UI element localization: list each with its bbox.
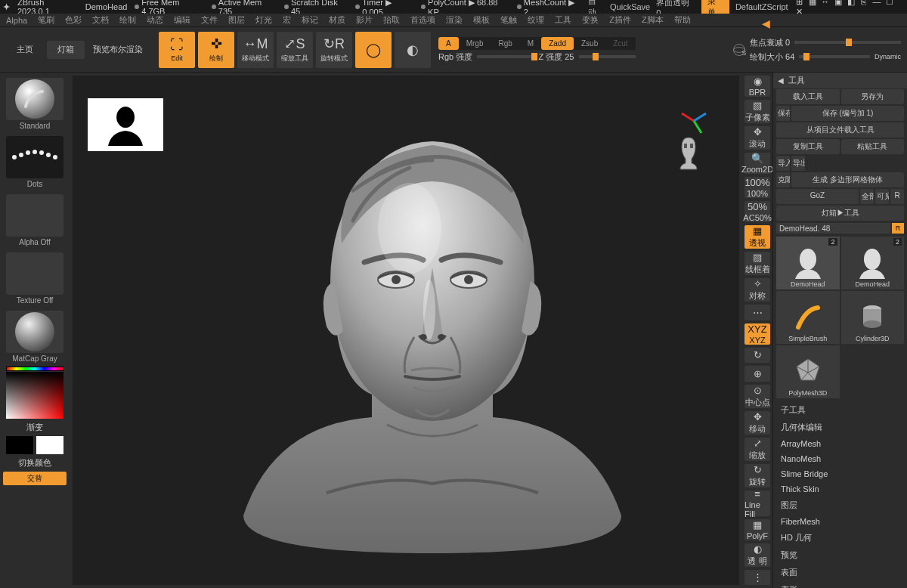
texture-selector[interactable]: Texture Off <box>3 250 67 307</box>
cfg3-icon[interactable]: ↔ <box>820 0 831 6</box>
tool-btn-可见[interactable]: 可见 <box>875 189 889 204</box>
menu-帮助[interactable]: 帮助 <box>674 14 691 26</box>
tool-btn-载入工具[interactable]: 载入工具 <box>776 89 840 104</box>
section-几何体编辑[interactable]: 几何体编辑 <box>773 419 907 436</box>
preview-bool-render[interactable]: 预览布尔渲染 <box>88 41 148 59</box>
menu-模板[interactable]: 模板 <box>473 14 490 26</box>
cfg5-icon[interactable]: ◧ <box>846 0 856 7</box>
vstrip-Line Fill[interactable]: ≡Line Fill <box>744 491 770 516</box>
tool-btn-另存为[interactable]: 另存为 <box>841 89 905 104</box>
tool-btn-导出[interactable]: 导出 <box>791 156 805 171</box>
menu-绘制[interactable]: 绘制 <box>119 14 136 26</box>
dynamic-label[interactable]: Dynamic <box>874 53 901 60</box>
menu-文件[interactable]: 文件 <box>201 14 218 26</box>
mode-Zsub[interactable]: Zsub <box>574 37 605 50</box>
tool-btn-导入[interactable]: 导入 <box>776 156 790 171</box>
edit-mode-button[interactable]: ⛶Edit <box>159 32 195 68</box>
section-HD 几何[interactable]: HD 几何 <box>773 529 907 546</box>
tool-btn-粘贴工具[interactable]: 粘贴工具 <box>841 139 905 154</box>
menu-宏[interactable]: 宏 <box>283 14 291 26</box>
vstrip-btn9[interactable]: ⋯ <box>744 305 770 320</box>
vstrip-滚动[interactable]: ✥滚动 <box>744 126 770 150</box>
tool-btn-从项目文件载入工具[interactable]: 从项目文件载入工具 <box>776 122 904 138</box>
vstrip-子像素[interactable]: ▧子像素 <box>744 100 770 123</box>
viewport[interactable] <box>73 76 739 585</box>
stroke-selector[interactable]: Dots <box>3 134 67 190</box>
mode-Rgb[interactable]: Rgb <box>491 37 519 50</box>
menu-影片[interactable]: 影片 <box>356 14 373 26</box>
mode-M[interactable]: M <box>520 37 541 50</box>
color-swatches[interactable] <box>3 436 67 454</box>
menu-变换[interactable]: 变换 <box>582 14 599 26</box>
menu-抬取[interactable]: 抬取 <box>383 14 400 26</box>
gyro-icon[interactable]: S <box>732 36 747 63</box>
tool-btn-生成 多边形网格物体[interactable]: 生成 多边形网格物体 <box>791 172 904 187</box>
lightbox-button[interactable]: 灯箱 <box>47 41 85 59</box>
vstrip-移动[interactable]: ✥移动 <box>744 411 770 435</box>
vstrip-btn20[interactable]: ⋮ <box>744 570 770 586</box>
vstrip-缩放[interactable]: ⤢缩放 <box>744 438 770 461</box>
default-zscript[interactable]: DefaultZScript <box>735 2 788 11</box>
menu-纹理[interactable]: 纹理 <box>528 14 544 26</box>
vstrip-对称[interactable]: ✧对称 <box>744 278 770 302</box>
tool-btn-复制工具[interactable]: 复制工具 <box>776 139 840 154</box>
gradient-label[interactable]: 渐变 <box>3 422 67 433</box>
tool-btn-保存[interactable]: 保存 <box>776 106 790 121</box>
focal-shift-slider[interactable] <box>794 41 901 44</box>
menu-图层[interactable]: 图层 <box>228 14 245 26</box>
vstrip-线框着[interactable]: ▨线框着 <box>744 252 770 275</box>
section-子工具[interactable]: 子工具 <box>773 401 907 419</box>
menu-动态[interactable]: 动态 <box>147 14 163 26</box>
menu-Z脚本[interactable]: Z脚本 <box>642 14 664 26</box>
menu-笔刷[interactable]: 笔刷 <box>38 14 54 26</box>
tool-btn-克隆[interactable]: 克隆 <box>776 172 790 187</box>
cfg2-icon[interactable]: ▦ <box>807 0 818 7</box>
scale-mode-button[interactable]: ⤢S缩放工具 <box>277 32 313 68</box>
tool-btn-全部[interactable]: 全部 <box>860 189 874 204</box>
menu-编辑[interactable]: 编辑 <box>174 14 190 26</box>
vstrip-XYZ[interactable]: XYZXYZ <box>744 323 770 345</box>
tool-slot-SimpleBrush[interactable]: SimpleBrush <box>776 291 840 344</box>
tool-slot-DemoHead[interactable]: 2DemoHead <box>841 237 905 289</box>
menu-Alpha[interactable]: Alpha <box>6 16 27 25</box>
brush-selector[interactable]: Standard <box>3 76 67 132</box>
vstrip-PolyF[interactable]: ▦PolyF <box>744 519 770 540</box>
panel-expand-arrow[interactable]: ◀ <box>762 17 904 29</box>
tool-btn-R[interactable]: R <box>890 189 904 204</box>
section-Thick Skin[interactable]: Thick Skin <box>773 481 907 497</box>
section-Slime Bridge[interactable]: Slime Bridge <box>773 466 907 481</box>
alpha-selector[interactable]: Alpha Off <box>3 192 67 249</box>
vstrip-btn11[interactable]: ↻ <box>744 348 770 364</box>
tool-slot-DemoHead[interactable]: 2DemoHead <box>776 237 840 289</box>
tools-panel-header[interactable]: ◀工具 <box>773 73 907 88</box>
rgb-intensity-slider[interactable] <box>477 55 534 58</box>
rotate-mode-button[interactable]: ↻R旋转模式 <box>316 32 352 68</box>
tool-slot-Cylinder3D[interactable]: Cylinder3D <box>841 291 905 344</box>
maximize-icon[interactable]: ☐ <box>884 0 895 7</box>
sphere-mode1[interactable]: ◯ <box>355 32 392 68</box>
section-预览[interactable]: 预览 <box>773 546 907 564</box>
alt-button[interactable]: 交替 <box>3 472 67 485</box>
color-picker[interactable] <box>3 367 67 419</box>
switch-color-label[interactable]: 切换颜色 <box>3 457 67 469</box>
draw-size-slider[interactable] <box>799 55 870 58</box>
vstrip-Zoom2D[interactable]: 🔍Zoom2D <box>744 153 770 174</box>
section-变形[interactable]: 变形 <box>773 581 907 588</box>
section-图层[interactable]: 图层 <box>773 497 907 514</box>
mode-Mrgb[interactable]: Mrgb <box>459 37 491 50</box>
section-ArrayMesh[interactable]: ArrayMesh <box>773 436 907 451</box>
menu-渲染[interactable]: 渲染 <box>446 14 463 26</box>
vstrip-AC50%[interactable]: 50%AC50% <box>744 201 770 222</box>
tool-btn-灯箱▶工具[interactable]: 灯箱▶工具 <box>776 206 904 221</box>
menu-色彩[interactable]: 色彩 <box>65 14 82 26</box>
menu-首选项[interactable]: 首选项 <box>410 14 435 26</box>
material-selector[interactable]: MatCap Gray <box>3 308 67 365</box>
section-FiberMesh[interactable]: FiberMesh <box>773 514 907 529</box>
quicksave[interactable]: QuickSave <box>610 2 650 11</box>
menu-笔触[interactable]: 笔触 <box>500 14 517 26</box>
tool-btn-GoZ[interactable]: GoZ <box>776 189 859 204</box>
vstrip-透视[interactable]: ▦透视 <box>744 225 770 249</box>
cfg4-icon[interactable]: ▣ <box>833 0 844 7</box>
tool-slot-PolyMesh3D[interactable]: PolyMesh3D <box>776 345 840 398</box>
section-NanoMesh[interactable]: NanoMesh <box>773 451 907 466</box>
